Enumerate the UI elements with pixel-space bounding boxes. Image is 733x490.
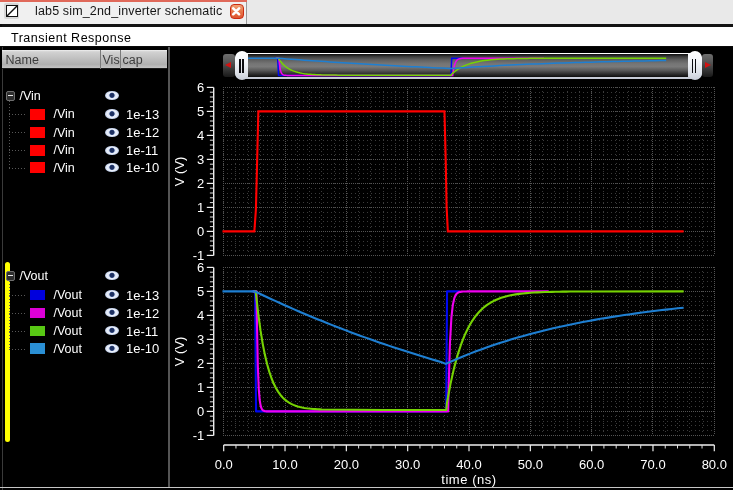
svg-text:6: 6 bbox=[197, 260, 204, 275]
svg-text:2: 2 bbox=[197, 356, 204, 371]
svg-text:40.0: 40.0 bbox=[456, 457, 481, 472]
svg-text:30.0: 30.0 bbox=[395, 457, 420, 472]
svg-text:50.0: 50.0 bbox=[518, 457, 543, 472]
svg-text:3: 3 bbox=[197, 332, 204, 347]
svg-text:-1: -1 bbox=[193, 248, 205, 263]
svg-text:10.0: 10.0 bbox=[272, 457, 297, 472]
svg-text:4: 4 bbox=[197, 128, 204, 143]
svg-text:5: 5 bbox=[197, 104, 204, 119]
svg-text:0: 0 bbox=[197, 224, 204, 239]
svg-text:-1: -1 bbox=[193, 428, 205, 443]
svg-text:2: 2 bbox=[197, 176, 204, 191]
svg-text:1: 1 bbox=[197, 200, 204, 215]
svg-text:V (V): V (V) bbox=[172, 337, 187, 367]
svg-text:time (ns): time (ns) bbox=[441, 472, 497, 487]
svg-text:80.0: 80.0 bbox=[702, 457, 727, 472]
svg-text:60.0: 60.0 bbox=[579, 457, 604, 472]
svg-text:5: 5 bbox=[197, 284, 204, 299]
svg-text:1: 1 bbox=[197, 380, 204, 395]
svg-text:70.0: 70.0 bbox=[640, 457, 665, 472]
svg-text:6: 6 bbox=[197, 80, 204, 95]
svg-text:3: 3 bbox=[197, 152, 204, 167]
svg-text:20.0: 20.0 bbox=[334, 457, 359, 472]
svg-text:4: 4 bbox=[197, 308, 204, 323]
svg-text:0: 0 bbox=[197, 404, 204, 419]
svg-text:V (V): V (V) bbox=[172, 157, 187, 187]
svg-text:0.0: 0.0 bbox=[215, 457, 233, 472]
